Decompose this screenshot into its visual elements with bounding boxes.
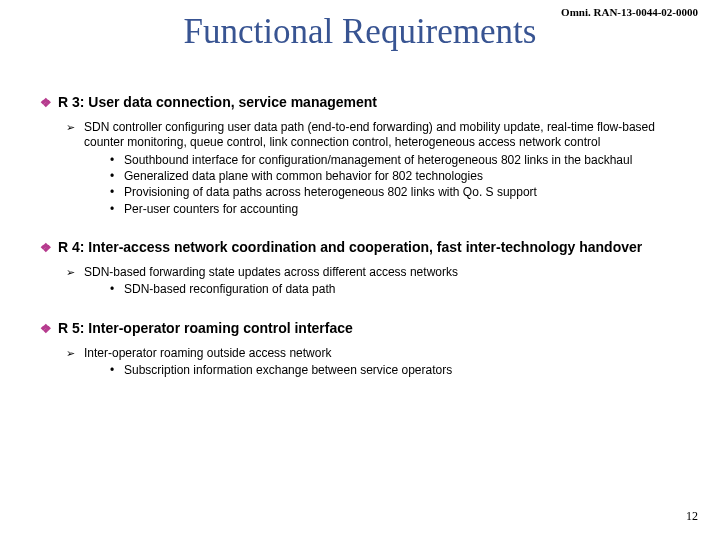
arrow-item: SDN-based forwarding state updates acros…: [66, 265, 680, 298]
arrow-item: SDN controller configuring user data pat…: [66, 120, 680, 217]
heading-text: R 3: User data connection, service manag…: [58, 94, 377, 110]
document-id: Omni. RAN-13-0044-02-0000: [561, 6, 698, 18]
page-number: 12: [686, 509, 698, 524]
arrow-text: SDN-based forwarding state updates acros…: [84, 265, 458, 279]
dot-item: Southbound interface for configuration/m…: [108, 153, 680, 168]
arrow-text: SDN controller configuring user data pat…: [84, 120, 655, 149]
slide: Omni. RAN-13-0044-02-0000 Functional Req…: [0, 0, 720, 540]
dot-item: SDN-based reconfiguration of data path: [108, 282, 680, 297]
dot-item: Generalized data plane with common behav…: [108, 169, 680, 184]
dot-item: Subscription information exchange betwee…: [108, 363, 680, 378]
diamond-icon: ❖: [40, 240, 52, 255]
dot-list: Southbound interface for configuration/m…: [108, 153, 680, 217]
dot-list: SDN-based reconfiguration of data path: [108, 282, 680, 297]
section-heading-r4: ❖R 4: Inter-access network coordination …: [40, 239, 680, 257]
heading-text: R 5: Inter-operator roaming control inte…: [58, 320, 353, 336]
diamond-icon: ❖: [40, 95, 52, 110]
dot-item: Provisioning of data paths across hetero…: [108, 185, 680, 200]
arrow-item: Inter-operator roaming outside access ne…: [66, 346, 680, 379]
content-body: ❖R 3: User data connection, service mana…: [0, 56, 720, 378]
arrow-text: Inter-operator roaming outside access ne…: [84, 346, 331, 360]
dot-item: Per-user counters for accounting: [108, 202, 680, 217]
diamond-icon: ❖: [40, 321, 52, 336]
section-heading-r3: ❖R 3: User data connection, service mana…: [40, 94, 680, 112]
heading-text: R 4: Inter-access network coordination a…: [58, 239, 642, 255]
section-heading-r5: ❖R 5: Inter-operator roaming control int…: [40, 320, 680, 338]
dot-list: Subscription information exchange betwee…: [108, 363, 680, 378]
